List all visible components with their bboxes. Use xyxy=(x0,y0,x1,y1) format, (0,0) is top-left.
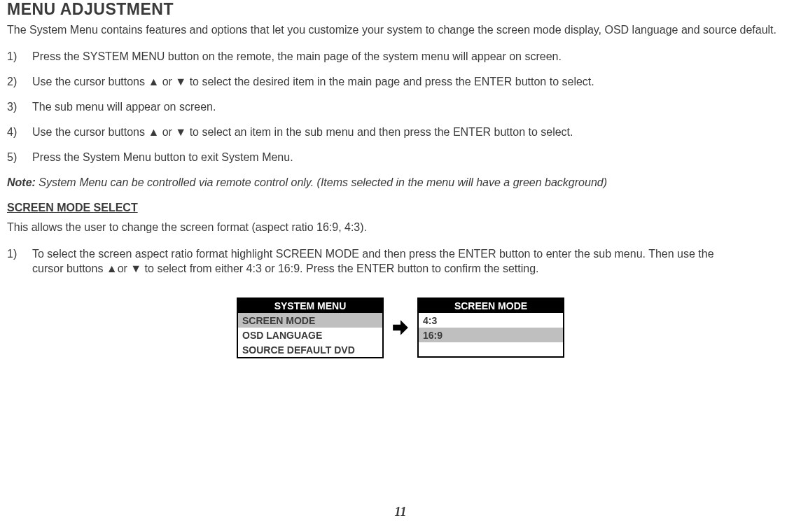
step-number: 1) xyxy=(7,50,17,63)
screen-mode-menu-box: SCREEN MODE 4:3 16:9 xyxy=(417,298,564,358)
note-label: Note: xyxy=(7,176,36,188)
step-item: 1) Press the SYSTEM MENU button on the r… xyxy=(7,50,794,63)
step-text: Use the cursor buttons ▲ or ▼ to select … xyxy=(32,76,594,88)
subheading-screen-mode: SCREEN MODE SELECT xyxy=(7,202,794,214)
step-item: 4) Use the cursor buttons ▲ or ▼ to sele… xyxy=(7,126,794,139)
screen-step-line2: cursor buttons ▲or ▼ to select from eith… xyxy=(32,262,539,274)
step-number: 1) xyxy=(7,246,17,262)
step-text: The sub menu will appear on screen. xyxy=(32,101,216,113)
screen-desc: This allows the user to change the scree… xyxy=(7,221,794,234)
note-text: System Menu can be controlled via remote… xyxy=(36,176,607,188)
system-menu-item: SOURCE DEFAULT DVD xyxy=(238,342,382,357)
steps-list: 1) Press the SYSTEM MENU button on the r… xyxy=(7,50,794,164)
screen-mode-header: SCREEN MODE xyxy=(419,299,563,313)
system-menu-box: SYSTEM MENU SCREEN MODE OSD LANGUAGE SOU… xyxy=(237,298,384,358)
step-item: 2) Use the cursor buttons ▲ or ▼ to sele… xyxy=(7,76,794,88)
step-item: 3) The sub menu will appear on screen. xyxy=(7,101,794,113)
menu-diagram: SYSTEM MENU SCREEN MODE OSD LANGUAGE SOU… xyxy=(7,298,794,358)
arrow-right-icon xyxy=(391,318,410,337)
step-number: 5) xyxy=(7,151,17,164)
page-number: 11 xyxy=(0,505,801,519)
intro-text: The System Menu contains features and op… xyxy=(7,23,794,38)
page-title: MENU ADJUSTMENT xyxy=(7,0,794,19)
screen-step-line1: To select the screen aspect ratio format… xyxy=(32,248,714,260)
screen-mode-item: 4:3 xyxy=(419,313,563,328)
step-text: Press the SYSTEM MENU button on the remo… xyxy=(32,50,562,62)
system-menu-header: SYSTEM MENU xyxy=(238,299,382,313)
step-number: 2) xyxy=(7,76,17,88)
screen-step: 1) To select the screen aspect ratio for… xyxy=(7,246,794,276)
step-number: 4) xyxy=(7,126,17,139)
step-text: Press the System Menu button to exit Sys… xyxy=(32,151,293,163)
step-item: 5) Press the System Menu button to exit … xyxy=(7,151,794,164)
screen-mode-item: 16:9 xyxy=(419,328,563,342)
system-menu-item: SCREEN MODE xyxy=(238,313,382,328)
note: Note: System Menu can be controlled via … xyxy=(7,176,794,189)
screen-mode-item xyxy=(419,342,563,356)
system-menu-item: OSD LANGUAGE xyxy=(238,328,382,342)
step-number: 3) xyxy=(7,101,17,113)
step-text: Use the cursor buttons ▲ or ▼ to select … xyxy=(32,126,573,138)
